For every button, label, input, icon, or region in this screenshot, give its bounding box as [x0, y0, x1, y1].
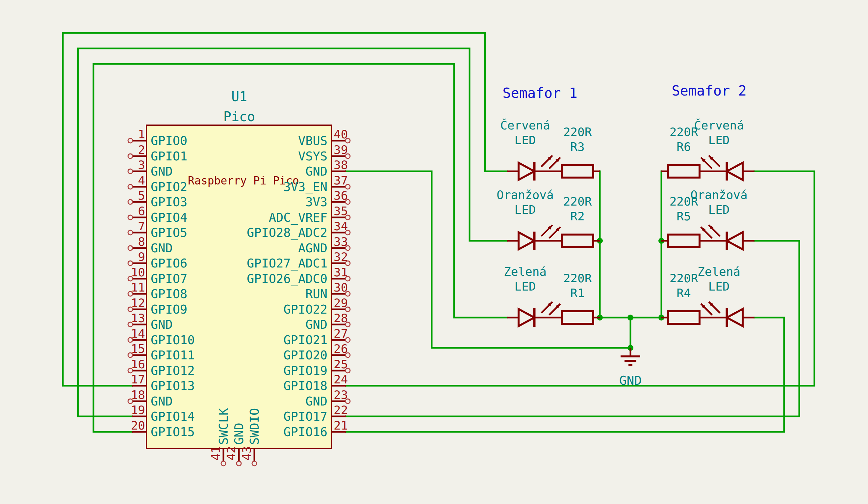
semafor1-row3-resistor-value: 220R	[563, 271, 592, 285]
pin-name: ADC_VREF	[269, 211, 327, 225]
semafor1-row2-led-color-label: Oranžová	[497, 188, 554, 202]
pin-number: 13	[131, 311, 145, 325]
pin-name: GND	[305, 164, 327, 179]
pin-number: 28	[334, 311, 348, 325]
pin-number: 12	[131, 296, 145, 310]
semafor1-row3-resistor-ref: R1	[570, 286, 585, 300]
pin-number: 31	[334, 265, 348, 279]
pin-number: 23	[334, 388, 348, 402]
pin-number: 17	[131, 373, 145, 386]
semafor2-row3-led-sub-label: LED	[708, 280, 730, 293]
pin-number: 19	[131, 403, 145, 417]
semafor1-row2-led-sub-label: LED	[514, 203, 536, 216]
pin-number: 6	[138, 204, 145, 218]
semafor2-row3-led-color-label: Zelená	[698, 265, 740, 278]
pin-number: 10	[131, 265, 145, 279]
pin-number: 33	[334, 235, 348, 248]
gnd-label: GND	[619, 373, 642, 388]
pin-number: 3	[138, 158, 145, 172]
semafor1-row1-led-sub-label: LED	[514, 133, 536, 147]
pin-name: 3V3	[305, 195, 327, 209]
pin-name: GPIO20	[283, 348, 327, 362]
pin-number: 15	[131, 342, 145, 355]
pin-name: RUN	[305, 287, 327, 301]
pin-number: 43	[240, 446, 254, 461]
semafor1-row1-led-color-label: Červená	[500, 119, 550, 132]
pin-name: GPIO1	[151, 149, 187, 163]
pico-symbol[interactable]: U1PicoRaspberry Pi Pico1GPIO02GPIO13GND4…	[128, 89, 350, 466]
schematic-drawing: U1PicoRaspberry Pi Pico1GPIO02GPIO13GND4…	[0, 0, 868, 504]
pico-reference: U1	[231, 89, 247, 104]
pin-name: GPIO10	[151, 333, 195, 347]
pin-number: 7	[138, 219, 145, 233]
pin-name: GPIO4	[151, 211, 187, 225]
pin-number: 5	[138, 189, 145, 202]
pin-number: 2	[138, 143, 145, 157]
pin-number: 30	[334, 281, 348, 294]
pin-name: GPIO18	[283, 379, 327, 393]
pin-name: SWCLK	[217, 408, 231, 445]
pin-number: 20	[131, 419, 145, 432]
pin-name: GPIO13	[151, 379, 195, 393]
pico-value: Pico	[224, 109, 255, 124]
pin-number: 35	[334, 204, 348, 218]
pin-number: 11	[131, 281, 145, 294]
pin-number: 38	[334, 158, 348, 172]
pico-inner-text: Raspberry Pi Pico	[188, 174, 299, 187]
pin-name: GPIO8	[151, 287, 187, 301]
pin-name: GPIO2	[151, 180, 187, 194]
semafor1-row1-resistor-value: 220R	[563, 125, 592, 139]
pin-name: GPIO19	[283, 364, 327, 378]
pin-number: 39	[334, 143, 348, 157]
pin-name: GPIO7	[151, 272, 187, 286]
pin-number: 24	[334, 373, 348, 386]
semafor2-row2-led-sub-label: LED	[708, 203, 730, 216]
pin-number: 41	[209, 446, 223, 461]
pin-name: GPIO21	[283, 333, 327, 347]
semafor1-row3-led-color-label: Zelená	[504, 265, 547, 278]
semafor2-row1-led-sub-label: LED	[708, 133, 730, 147]
pin-number: 21	[334, 419, 348, 432]
semafor2-row2-resistor-ref: R5	[676, 210, 691, 223]
pin-name: GPIO11	[151, 348, 195, 362]
pin-name: VSYS	[298, 149, 327, 163]
pin-number: 42	[224, 446, 238, 461]
pin-number: 25	[334, 357, 348, 371]
pin-name: GND	[305, 317, 327, 332]
pin-name: GND	[305, 394, 327, 409]
pin-number: 40	[334, 128, 348, 141]
pin-name: GND	[151, 317, 173, 332]
pin-name: GPIO6	[151, 256, 187, 271]
pin-number: 32	[334, 250, 348, 263]
wire-junction	[628, 315, 633, 321]
pin-number: 4	[138, 174, 145, 187]
pin-name: SWDIO	[247, 408, 261, 445]
pin-number: 34	[334, 219, 348, 233]
semafor2-row1-resistor-ref: R6	[676, 140, 691, 153]
pin-name: GPIO27_ADC1	[247, 256, 327, 271]
pin-name: GPIO5	[151, 226, 187, 240]
pin-number: 27	[334, 327, 348, 340]
semafor2-title: Semafor 2	[672, 83, 747, 99]
semafor2-row2-resistor-value: 220R	[670, 195, 698, 208]
semafor1-title: Semafor 1	[503, 85, 577, 101]
pin-name: GPIO14	[151, 410, 195, 424]
semafor2-row1-resistor-value: 220R	[670, 125, 698, 139]
pin-name: GND	[151, 394, 173, 409]
pin-number: 37	[334, 174, 348, 187]
pin-name: GPIO28_ADC2	[247, 226, 327, 240]
pin-name: GPIO0	[151, 134, 187, 148]
semafor2-row2-led-color-label: Oranžová	[690, 188, 747, 202]
semafor2-row3-resistor-value: 220R	[670, 271, 698, 285]
pin-number: 14	[131, 327, 145, 340]
pin-number: 8	[138, 235, 145, 248]
pin-number: 18	[131, 388, 145, 402]
pin-name: GPIO3	[151, 195, 187, 209]
canvas-background	[0, 0, 868, 504]
pin-name: GND	[232, 423, 246, 445]
pin-name: AGND	[298, 241, 327, 255]
pin-number: 22	[334, 403, 348, 417]
pin-name: 3V3_EN	[283, 180, 327, 194]
semafor2-row3-resistor-ref: R4	[676, 286, 691, 300]
pin-name: GPIO16	[283, 425, 327, 439]
